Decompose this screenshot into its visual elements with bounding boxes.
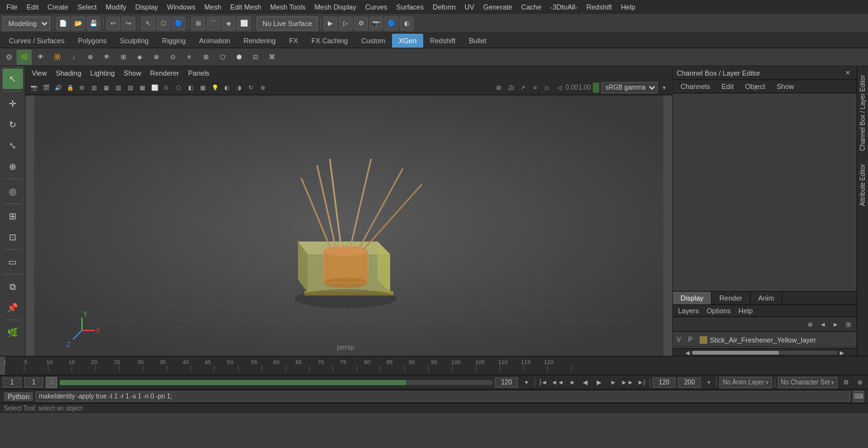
show-manip[interactable]: ⊞ xyxy=(3,206,23,226)
layer-back-btn[interactable]: ◄ xyxy=(817,318,829,330)
menu-mesh-tools[interactable]: Mesh Tools xyxy=(266,2,309,12)
vp-cam-extra[interactable]: 🎥 xyxy=(505,82,517,93)
xgen-btn-2[interactable]: 👁 xyxy=(33,50,48,65)
vp-extra7[interactable]: ⬜ xyxy=(149,82,160,93)
range-dropdown-btn[interactable]: ▾ xyxy=(520,377,532,388)
vp-cam-btn[interactable]: 📷 xyxy=(28,82,39,93)
vp-menu-view[interactable]: View xyxy=(28,68,51,78)
vp-sel-extra[interactable]: ↗ xyxy=(517,82,529,93)
vp-aa[interactable]: ↻ xyxy=(245,82,257,93)
vp-shaded[interactable]: ◧ xyxy=(185,82,196,93)
xgen-btn-4[interactable]: ↓ xyxy=(66,50,81,65)
paint-select-btn[interactable]: 🔵 xyxy=(172,17,186,31)
vp-snap-extra[interactable]: ⊞ xyxy=(493,82,505,93)
vp-film-btn[interactable]: 🎬 xyxy=(40,82,51,93)
vp-menu-lighting[interactable]: Lighting xyxy=(86,68,119,78)
vp-extra3[interactable]: ▦ xyxy=(100,82,112,93)
ipr-btn[interactable]: ▷ xyxy=(339,17,353,31)
render-settings-btn[interactable]: ⚙ xyxy=(354,17,368,31)
menu-windows[interactable]: Windows xyxy=(163,2,200,12)
rate-dropdown[interactable]: ▾ xyxy=(703,377,714,388)
select-mode-btn[interactable]: ↖ xyxy=(141,17,155,31)
timeline[interactable]: 1 5 10 15 20 25 30 35 40 45 50 55 60 65 … xyxy=(0,356,868,375)
vp-gamma-down[interactable]: ▾ xyxy=(658,82,670,93)
play-fwd-btn[interactable]: ▶ xyxy=(593,377,605,388)
last-tool[interactable]: ⊡ xyxy=(3,227,23,247)
menu-file[interactable]: File xyxy=(3,2,22,12)
menu-edit[interactable]: Edit xyxy=(23,2,43,12)
vp-color-indicator[interactable] xyxy=(593,83,599,93)
layer-extra-btn[interactable]: ⊞ xyxy=(843,318,854,330)
tab-bullet[interactable]: Bullet xyxy=(463,34,493,48)
tab-xgen[interactable]: XGen xyxy=(392,34,423,48)
vp-cycle[interactable]: ⊕ xyxy=(257,82,269,93)
xgen-btn-6[interactable]: 👁 xyxy=(99,50,114,65)
layer-color-swatch[interactable] xyxy=(700,336,707,344)
vp-extra8[interactable]: ⊙ xyxy=(161,82,172,93)
vp-extra5[interactable]: ▨ xyxy=(125,82,136,93)
tab-animation[interactable]: Animation xyxy=(193,34,236,48)
vp-extra1[interactable]: ⊞ xyxy=(76,82,88,93)
layer-item[interactable]: V P Stick_Air_Freshener_Yellow_layer xyxy=(674,333,855,347)
xgen-btn-3[interactable]: 🔆 xyxy=(50,50,65,65)
prev-key-btn[interactable]: ◄◄ xyxy=(552,377,563,388)
frame-current-input[interactable] xyxy=(24,377,43,388)
tab-rigging[interactable]: Rigging xyxy=(156,34,192,48)
new-scene-btn[interactable]: 📄 xyxy=(56,17,70,31)
workspace-select[interactable]: Modeling xyxy=(3,17,50,31)
extra-btn2[interactable]: ◐ xyxy=(400,17,414,31)
menu-create[interactable]: Create xyxy=(44,2,72,12)
vp-texture[interactable]: ▩ xyxy=(197,82,208,93)
xgen-btn-5[interactable]: ⊕ xyxy=(83,50,98,65)
tab-polygons[interactable]: Polygons xyxy=(71,34,112,48)
vp-menu-show[interactable]: Show xyxy=(120,68,146,78)
no-live-surface-btn[interactable]: No Live Surface xyxy=(257,17,318,31)
menu-select[interactable]: Select xyxy=(74,2,101,12)
move-tool[interactable]: ✛ xyxy=(3,93,23,114)
menu-3dto[interactable]: -3DtoAll- xyxy=(546,2,581,12)
channel-box-close-btn[interactable]: ✕ xyxy=(843,68,853,78)
tab-rendering[interactable]: Rendering xyxy=(237,34,282,48)
universal-manip[interactable]: ⊕ xyxy=(3,156,23,177)
select-tool[interactable]: ↖ xyxy=(3,69,23,89)
menu-generate[interactable]: Generate xyxy=(479,2,516,12)
menu-cache[interactable]: Cache xyxy=(517,2,545,12)
next-frame-btn[interactable]: ► xyxy=(607,377,619,388)
help-menu-layers[interactable]: Help xyxy=(736,306,756,315)
python-label[interactable]: Python xyxy=(4,392,33,401)
layer-p-flag[interactable]: P xyxy=(688,336,697,343)
viewport-canvas[interactable]: X Y Z persp xyxy=(25,95,672,356)
snap-curve-btn[interactable]: ⌒ xyxy=(207,17,220,31)
snap-surface-btn[interactable]: ⬜ xyxy=(237,17,251,31)
tab-fx-caching[interactable]: FX Caching xyxy=(305,34,354,48)
vp-extra2[interactable]: ▥ xyxy=(88,82,100,93)
menu-redshift[interactable]: Redshift xyxy=(583,2,616,12)
vp-light[interactable]: 💡 xyxy=(209,82,220,93)
menu-surfaces[interactable]: Surfaces xyxy=(393,2,428,12)
tab-fx[interactable]: FX xyxy=(283,34,304,48)
channel-box-side-tab[interactable]: Channel Box / Layer Editor xyxy=(858,69,867,158)
layer-v-flag[interactable]: V xyxy=(677,336,686,343)
layer-new-btn[interactable]: ⊕ xyxy=(804,318,816,330)
vp-lock-btn[interactable]: 🔒 xyxy=(64,82,76,93)
attribute-editor-side-tab[interactable]: Attribute Editor xyxy=(858,158,867,212)
xgen-settings-icon[interactable]: ⚙ xyxy=(3,51,15,64)
options-menu[interactable]: Options xyxy=(704,306,733,315)
vp-extra4[interactable]: ▧ xyxy=(112,82,124,93)
menu-modify[interactable]: Modify xyxy=(102,2,130,12)
color-space-select[interactable]: sRGB gamma xyxy=(601,82,658,93)
display-tab[interactable]: Display xyxy=(673,292,712,304)
scrollbar-thumb[interactable] xyxy=(692,351,779,355)
char-set-dropdown-icon[interactable]: ▾ xyxy=(831,379,834,386)
xgen-btn-12[interactable]: ⊞ xyxy=(198,50,214,65)
playback-end-input[interactable] xyxy=(653,377,675,388)
menu-mesh-display[interactable]: Mesh Display xyxy=(311,2,360,12)
render-btn[interactable]: ▶ xyxy=(323,17,337,31)
prev-frame-btn[interactable]: ◄ xyxy=(566,377,577,388)
anim-layer-dropdown-icon[interactable]: ▾ xyxy=(766,379,769,386)
playback-rate-input[interactable] xyxy=(678,377,701,388)
camera-btn[interactable]: 📷 xyxy=(369,17,383,31)
go-start-btn[interactable]: |◄ xyxy=(538,377,549,388)
xgen-btn-11[interactable]: ≡ xyxy=(182,50,197,65)
menu-deform[interactable]: Deform xyxy=(429,2,459,12)
